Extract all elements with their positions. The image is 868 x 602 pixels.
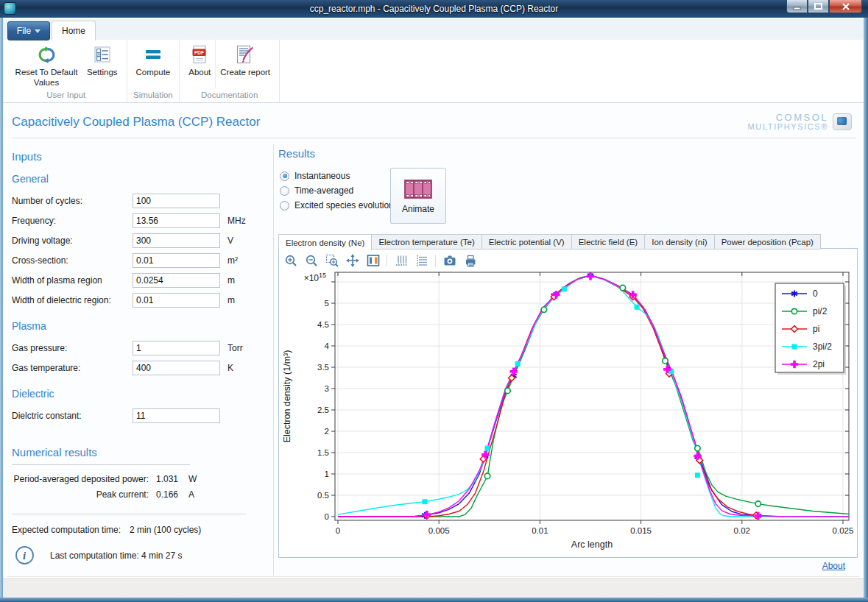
animate-button-label: Animate xyxy=(402,204,434,214)
chart-legend: 0pi/2pi3pi/22pi xyxy=(775,283,846,375)
field-unit: m xyxy=(227,295,235,305)
print-icon[interactable] xyxy=(463,254,477,268)
field-label: Width of plasma region xyxy=(12,275,133,286)
animate-button[interactable]: Animate xyxy=(390,168,446,224)
electron-density-chart[interactable]: 00.0050.010.0150.020.02500.511.522.533.5… xyxy=(279,270,857,556)
field-input[interactable] xyxy=(133,273,220,288)
radio-circle-icon xyxy=(280,201,289,210)
field-input[interactable] xyxy=(133,213,220,228)
field-input[interactable] xyxy=(133,194,220,208)
zoom-out-icon[interactable] xyxy=(304,254,318,268)
svg-text:1.5: 1.5 xyxy=(317,448,329,457)
window-title: ccp_reactor.mph - Capacitively Coupled P… xyxy=(0,4,868,14)
radio-label: Time-averaged xyxy=(294,185,353,196)
compute-button-label: Compute xyxy=(136,68,171,78)
radio-instantaneous[interactable]: Instantaneous xyxy=(280,169,394,183)
svg-text:4.5: 4.5 xyxy=(317,320,329,329)
svg-text:1: 1 xyxy=(325,470,329,478)
svg-text:pi: pi xyxy=(813,324,819,334)
pdf-icon: PDF xyxy=(191,43,208,65)
zoom-extents-icon[interactable] xyxy=(345,254,359,268)
ribbon-group-user-input: Reset To Default Values xyxy=(6,40,127,102)
about-button[interactable]: PDF About xyxy=(184,40,215,89)
svg-text:pi/2: pi/2 xyxy=(813,306,828,316)
svg-text:5: 5 xyxy=(325,299,329,308)
field-input[interactable] xyxy=(133,253,220,268)
section-heading: Dielectric xyxy=(12,388,271,400)
results-heading: Results xyxy=(278,147,315,160)
radio-time-averaged[interactable]: Time-averaged xyxy=(280,183,394,198)
svg-text:0.5: 0.5 xyxy=(317,491,329,500)
application-window: ccp_reactor.mph - Capacitively Coupled P… xyxy=(0,0,868,602)
svg-text:0: 0 xyxy=(325,512,329,521)
result-value: 1.031 xyxy=(156,474,188,484)
input-field-row: Gas pressure:Torr xyxy=(12,338,271,358)
settings-button[interactable]: Settings xyxy=(82,40,122,89)
minimize-icon xyxy=(794,7,800,10)
file-menu-button[interactable]: File xyxy=(7,21,50,40)
zoom-in-icon[interactable] xyxy=(283,254,297,268)
reset-button-label: Reset To Default Values xyxy=(15,68,78,88)
comsol-logo-icon xyxy=(833,113,852,130)
info-icon: i xyxy=(15,545,35,565)
zoom-box-icon[interactable] xyxy=(325,254,339,268)
field-input[interactable] xyxy=(133,293,220,308)
compute-button[interactable]: Compute xyxy=(132,40,175,89)
color-legend-icon[interactable] xyxy=(366,254,380,268)
field-label: Gas pressure: xyxy=(12,343,133,353)
svg-text:×1015: ×1015 xyxy=(304,272,326,283)
toolbar-separator xyxy=(435,255,436,267)
field-unit: Torr xyxy=(227,343,243,353)
section-heading: General xyxy=(12,173,271,185)
plot-tab-electric-potential-v-[interactable]: Electric potential (V) xyxy=(482,234,572,249)
toolbar-separator xyxy=(387,255,387,267)
input-field-row: Frequency:MHz xyxy=(12,210,271,230)
svg-text:3: 3 xyxy=(325,384,329,393)
radio-circle-icon xyxy=(280,186,289,196)
numerical-results-divider xyxy=(12,464,190,465)
report-icon xyxy=(236,43,255,65)
settings-button-label: Settings xyxy=(87,68,118,78)
create-report-button[interactable]: Create report xyxy=(215,40,275,89)
panel-divider xyxy=(273,144,274,576)
field-label: Width of dielectric region: xyxy=(12,295,133,305)
file-menu-label: File xyxy=(17,26,31,36)
result-label: Period-averaged deposited power: xyxy=(12,474,149,484)
compute-icon xyxy=(144,43,163,65)
field-input[interactable] xyxy=(133,233,220,248)
result-unit: A xyxy=(188,489,194,500)
tab-home[interactable]: Home xyxy=(52,21,96,40)
field-label: Cross-section: xyxy=(12,255,133,266)
svg-text:0.02: 0.02 xyxy=(734,526,750,535)
header-divider xyxy=(12,138,856,138)
ribbon: Reset To Default Values xyxy=(3,40,864,103)
result-row: Period-averaged deposited power: 1.031 W xyxy=(12,471,271,486)
plot-tab-electric-field-e-[interactable]: Electric field (E) xyxy=(572,234,646,249)
field-input[interactable] xyxy=(133,361,220,375)
field-input[interactable] xyxy=(133,408,220,423)
snapshot-icon[interactable] xyxy=(442,254,456,268)
field-unit: m² xyxy=(227,255,238,266)
plot-tab-power-deposition-pcap-[interactable]: Power deposition (Pcap) xyxy=(715,234,821,249)
field-unit: MHz xyxy=(227,216,246,226)
plot-tab-electron-temperature-te-[interactable]: Electron temperature (Te) xyxy=(372,234,481,249)
animate-film-icon xyxy=(403,178,434,200)
maximize-button[interactable] xyxy=(808,0,829,13)
file-menu-arrow-icon xyxy=(35,29,40,33)
page-title: Capacitively Coupled Plasma (CCP) Reacto… xyxy=(12,115,260,130)
reset-to-default-values-button[interactable]: Reset To Default Values xyxy=(10,40,82,89)
svg-text:0: 0 xyxy=(813,288,818,299)
plot-tab-electron-density-ne-[interactable]: Electron density (Ne) xyxy=(278,234,372,250)
close-button[interactable] xyxy=(829,0,862,13)
plot-tab-ion-density-ni-[interactable]: Ion density (ni) xyxy=(645,234,714,249)
field-input[interactable] xyxy=(133,341,220,355)
expected-time-label: Expected computation time: xyxy=(12,525,130,535)
about-link[interactable]: About xyxy=(822,561,845,571)
svg-text:0.005: 0.005 xyxy=(428,526,450,535)
minimize-button[interactable] xyxy=(786,0,808,13)
radio-excited-species-evolution[interactable]: Excited species evolution xyxy=(280,198,394,213)
plot-toolbar xyxy=(283,252,477,269)
x-grid-icon[interactable] xyxy=(394,254,408,268)
y-grid-icon[interactable] xyxy=(414,254,428,268)
svg-text:3pi/2: 3pi/2 xyxy=(813,341,832,352)
